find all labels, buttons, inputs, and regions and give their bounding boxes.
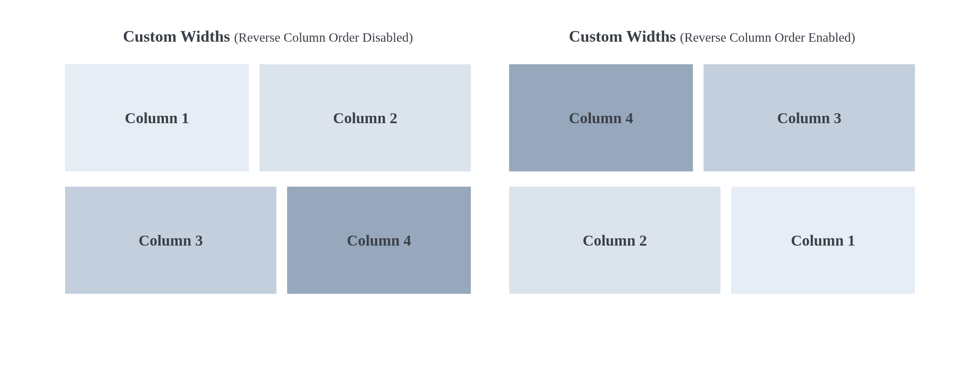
column-label: Column 2 (583, 231, 647, 249)
panel-title-disabled: Custom Widths (Reverse Column Order Disa… (123, 27, 413, 46)
column-label: Column 3 (777, 109, 841, 127)
grid-row: Column 4 Column 3 (509, 64, 915, 171)
column-box-3: Column 3 (704, 64, 915, 171)
column-box-3: Column 3 (65, 187, 276, 294)
grid-row: Column 3 Column 4 (65, 187, 471, 294)
column-label: Column 4 (347, 231, 411, 249)
title-main: Custom Widths (569, 28, 676, 45)
column-box-1: Column 1 (731, 187, 915, 294)
panel-title-enabled: Custom Widths (Reverse Column Order Enab… (569, 27, 855, 46)
panel-reverse-enabled: Custom Widths (Reverse Column Order Enab… (509, 27, 915, 294)
grid-row: Column 1 Column 2 (65, 64, 471, 171)
panel-reverse-disabled: Custom Widths (Reverse Column Order Disa… (65, 27, 471, 294)
column-label: Column 3 (139, 231, 203, 249)
title-sub: (Reverse Column Order Enabled) (680, 30, 855, 44)
column-box-4: Column 4 (509, 64, 693, 171)
column-box-4: Column 4 (287, 187, 471, 294)
column-label: Column 2 (333, 109, 397, 127)
grid-row: Column 2 Column 1 (509, 187, 915, 294)
title-sub: (Reverse Column Order Disabled) (234, 30, 413, 44)
column-label: Column 1 (791, 231, 855, 249)
grid-enabled: Column 4 Column 3 Column 2 Column 1 (509, 64, 915, 294)
title-main: Custom Widths (123, 28, 230, 45)
grid-disabled: Column 1 Column 2 Column 3 Column 4 (65, 64, 471, 294)
column-label: Column 4 (569, 109, 633, 127)
column-box-2: Column 2 (260, 64, 471, 171)
diagram-root: Custom Widths (Reverse Column Order Disa… (0, 0, 980, 294)
column-box-1: Column 1 (65, 64, 249, 171)
column-label: Column 1 (125, 109, 189, 127)
column-box-2: Column 2 (509, 187, 720, 294)
